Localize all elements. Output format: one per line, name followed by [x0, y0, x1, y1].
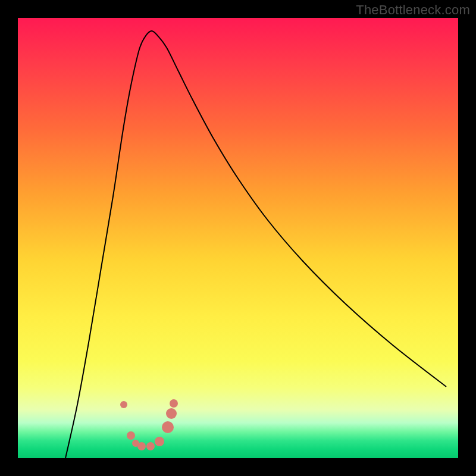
curve-markers	[120, 399, 178, 450]
plot-area	[18, 18, 458, 458]
chart-frame: TheBottleneck.com	[0, 0, 476, 476]
curve-marker-1	[127, 431, 135, 440]
watermark-text: TheBottleneck.com	[356, 2, 470, 18]
bottleneck-curve-path	[65, 31, 446, 458]
curve-marker-5	[155, 437, 164, 446]
curve-marker-8	[170, 399, 178, 408]
curve-svg	[18, 18, 458, 458]
curve-marker-4	[146, 442, 155, 450]
curve-marker-7	[166, 408, 177, 419]
bottleneck-curve	[65, 31, 446, 458]
curve-marker-0	[120, 401, 127, 408]
curve-marker-3	[137, 442, 146, 450]
curve-marker-6	[162, 421, 174, 433]
